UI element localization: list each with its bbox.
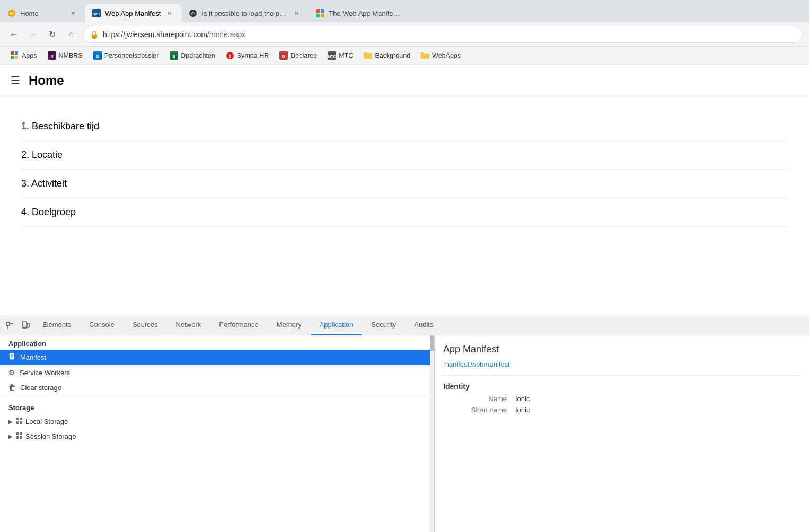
forward-button[interactable]: → — [25, 27, 40, 42]
mtc-icon: MTC — [328, 51, 336, 60]
sympa-icon: S — [226, 51, 234, 60]
devtools-toolbar: Elements Console Sources Network Perform… — [0, 315, 809, 335]
list-item-text: Beschikbare tijd — [32, 121, 99, 131]
field-label-short-name: Short name — [443, 406, 507, 414]
svg-text:S: S — [228, 54, 232, 59]
color-icon — [316, 9, 324, 17]
svg-rect-11 — [15, 51, 18, 55]
bookmark-background[interactable]: Background — [359, 50, 415, 61]
svg-rect-46 — [20, 432, 22, 435]
lock-icon: 🔒 — [90, 30, 99, 39]
sidebar-divider — [0, 397, 430, 397]
bookmark-apps[interactable]: Apps — [6, 50, 41, 61]
tab-console[interactable]: Console — [81, 315, 123, 335]
url-path: /home.aspx — [207, 30, 245, 39]
tab-github[interactable]: ⊙ Is it possible to load the progres… ✕ — [181, 4, 309, 22]
field-row-short-name: Short name Ionic — [443, 406, 801, 414]
tab-home-label: Home — [20, 10, 64, 17]
w3-icon: W3 — [92, 9, 101, 17]
back-button[interactable]: ← — [6, 27, 21, 42]
tab-application[interactable]: Application — [311, 315, 362, 335]
bookmark-webapps[interactable]: WebApps — [417, 50, 465, 61]
sidebar-scrollbar[interactable] — [430, 335, 434, 532]
apps-grid-icon — [11, 51, 19, 60]
opdrachten-icon: S — [170, 51, 178, 60]
identity-section-header: Identity — [443, 382, 801, 391]
svg-rect-8 — [316, 14, 320, 17]
tab-audits[interactable]: Audits — [406, 315, 442, 335]
tab-github-label: Is it possible to load the progres… — [201, 10, 288, 17]
devtools-panel: Elements Console Sources Network Perform… — [0, 315, 809, 532]
bookmark-opdrachten-label: Opdrachten — [181, 52, 215, 59]
bookmark-personeelsdossier[interactable]: S Personeelsdossier — [89, 50, 163, 61]
list-item: 2. Locatie — [21, 141, 788, 170]
manifest-divider — [443, 375, 801, 376]
tab-security[interactable]: Security — [363, 315, 404, 335]
bookmark-opdrachten[interactable]: S Opdrachten — [165, 50, 219, 61]
home-button[interactable]: ⌂ — [64, 27, 78, 42]
gear-icon: ⚙ — [8, 368, 15, 377]
expand-arrow-icon: ▶ — [8, 433, 13, 439]
sidebar-item-service-workers-label: Service Workers — [20, 369, 70, 377]
tab-sources[interactable]: Sources — [124, 315, 166, 335]
bg-folder-icon — [364, 51, 372, 60]
expand-arrow-icon: ▶ — [8, 419, 13, 424]
bookmark-mtc[interactable]: MTC MTC — [323, 50, 357, 61]
svg-rect-42 — [20, 418, 22, 420]
tab-home-close[interactable]: ✕ — [68, 9, 77, 18]
hamburger-menu-icon[interactable]: ☰ — [11, 74, 20, 87]
sidebar-item-clear-storage[interactable]: 🗑 Clear storage — [0, 380, 430, 395]
devtools-sidebar: Application Manifest — [0, 335, 435, 532]
sidebar-scrollbar-thumb — [430, 335, 434, 351]
sidebar-item-session-storage[interactable]: ▶ Session Storage — [0, 429, 430, 444]
svg-rect-30 — [421, 52, 424, 54]
tab-home[interactable]: H Home ✕ — [0, 4, 85, 22]
tab-webmanifest[interactable]: W3 Web App Manifest ✕ — [85, 4, 181, 22]
bookmark-sympa[interactable]: S Sympa HR — [222, 50, 273, 61]
bookmark-declaree-label: Declaree — [291, 52, 317, 59]
github-icon: ⊙ — [189, 9, 197, 17]
tab-network[interactable]: Network — [168, 315, 210, 335]
bookmark-nmbrs-label: NMBRS — [59, 52, 83, 59]
svg-rect-29 — [421, 54, 429, 59]
svg-text:N: N — [50, 55, 53, 58]
tab-performance[interactable]: Performance — [210, 315, 267, 335]
svg-rect-13 — [15, 56, 18, 59]
tab-memory[interactable]: Memory — [268, 315, 310, 335]
tab-github-close[interactable]: ✕ — [292, 9, 301, 18]
page-main: 1. Beschikbare tijd 2. Locatie 3. Activi… — [0, 96, 809, 243]
personeelsdossier-icon: S — [93, 51, 102, 60]
tab-elements[interactable]: Elements — [34, 315, 80, 335]
list-item-number: 2. — [21, 149, 32, 160]
bookmark-apps-label: Apps — [22, 52, 37, 59]
svg-rect-6 — [316, 9, 320, 13]
grid-icon — [16, 432, 22, 440]
sidebar-item-manifest-label: Manifest — [20, 353, 46, 361]
page-content: ☰ Home 1. Beschikbare tijd 2. Locatie 3.… — [0, 65, 809, 243]
sidebar-item-local-storage[interactable]: ▶ Local Storage — [0, 414, 430, 429]
sidebar-item-manifest[interactable]: Manifest — [0, 350, 430, 365]
tab-webmanifest-close[interactable]: ✕ — [165, 9, 174, 18]
svg-text:⊙: ⊙ — [191, 11, 195, 16]
bookmark-sympa-label: Sympa HR — [237, 52, 269, 59]
webapps-folder-icon — [421, 51, 429, 60]
manifest-link[interactable]: manifest.webmanifest — [443, 360, 510, 368]
address-bar[interactable]: 🔒 https://jwiersem.sharepoint.com/home.a… — [83, 26, 803, 43]
bookmark-nmbrs[interactable]: N NMBRS — [43, 50, 87, 61]
browser-chrome: H Home ✕ W3 Web App Manifest ✕ ⊙ — [0, 0, 809, 65]
nav-bar: ← → ↻ ⌂ 🔒 https://jwiersem.sharepoint.co… — [0, 22, 809, 47]
tab-webmanifest2[interactable]: The Web App Manife… — [309, 4, 407, 22]
list-item: 1. Beschikbare tijd — [21, 112, 788, 141]
devtools-device-button[interactable] — [18, 318, 33, 333]
reload-button[interactable]: ↻ — [45, 27, 59, 42]
page-title: Home — [29, 73, 64, 88]
list-item-text: Doelgroep — [32, 207, 76, 217]
list-item: 4. Doelgroep — [21, 198, 788, 227]
svg-rect-9 — [321, 14, 324, 17]
sidebar-item-service-workers[interactable]: ⚙ Service Workers — [0, 365, 430, 380]
devtools-inspect-button[interactable] — [2, 318, 17, 333]
bookmark-declaree[interactable]: D Declaree — [275, 50, 321, 61]
svg-rect-45 — [16, 432, 19, 435]
field-row-name: Name Ionic — [443, 395, 801, 403]
sidebar-item-local-storage-label: Local Storage — [25, 418, 68, 425]
